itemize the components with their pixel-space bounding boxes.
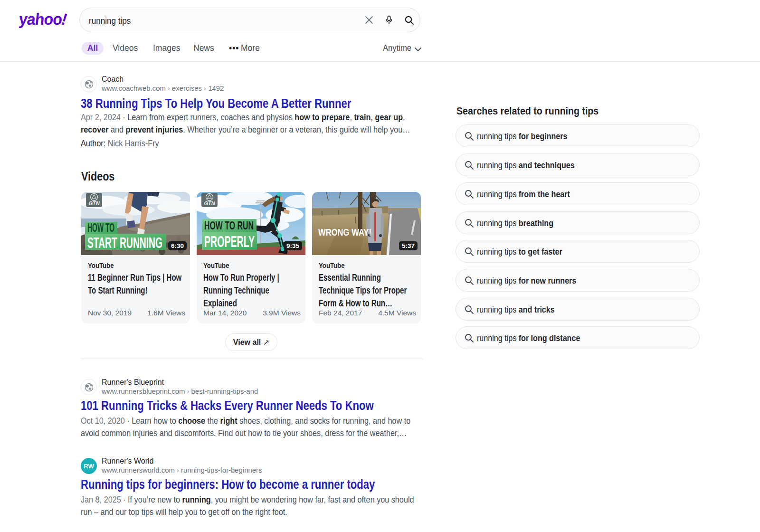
svg-text:WRONG WAY!: WRONG WAY! [318, 227, 371, 238]
svg-text:HOW TO: HOW TO [87, 221, 114, 234]
svg-text:GTN: GTN [88, 200, 100, 206]
svg-text:HOW TO RUN: HOW TO RUN [204, 219, 254, 232]
svg-text:PROPERLY: PROPERLY [204, 233, 255, 250]
svg-text:START RUNNING: START RUNNING [87, 235, 162, 251]
svg-text:GTN: GTN [204, 200, 215, 206]
